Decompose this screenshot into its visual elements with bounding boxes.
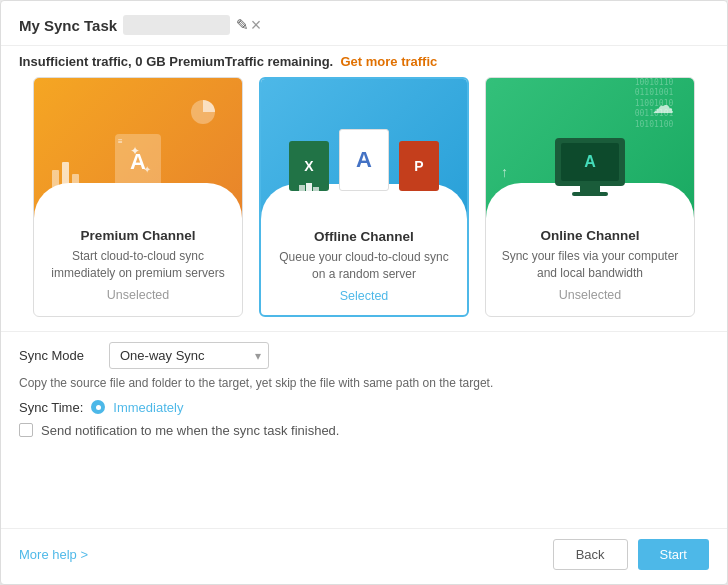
monitor-screen: A	[561, 143, 619, 181]
sync-dialog: My Sync Task ✎ × Insufficient traffic, 0…	[0, 0, 728, 585]
chart-icon	[189, 98, 217, 130]
a-letter: A	[356, 147, 372, 173]
dialog-footer: More help > Back Start	[1, 528, 727, 584]
settings-section: Sync Mode One-way Sync Two-way Sync Mirr…	[1, 331, 727, 454]
svg-rect-1	[299, 185, 305, 191]
online-channel-name: Online Channel	[496, 228, 684, 243]
monitor-base	[572, 192, 608, 196]
sparkle1: ✦	[130, 144, 140, 158]
sync-time-row: Sync Time: Immediately	[19, 400, 709, 415]
offline-channel-art: X A P →	[261, 79, 467, 219]
start-button[interactable]: Start	[638, 539, 709, 570]
offline-channel-status: Selected	[271, 289, 457, 303]
powerpoint-icon: P	[399, 141, 439, 191]
sync-mode-desc: Copy the source file and folder to the t…	[19, 375, 709, 400]
svg-rect-3	[313, 187, 319, 191]
sparkle2: ✦	[143, 164, 151, 175]
offline-channel-name: Offline Channel	[271, 229, 457, 244]
online-channel-info: Online Channel Sync your files via your …	[486, 218, 694, 314]
get-more-traffic-link[interactable]: Get more traffic	[340, 54, 437, 69]
premium-illus: A ≡ ✦ ✦	[34, 78, 242, 218]
online-channel-status: Unselected	[496, 288, 684, 302]
premium-channel-art: A ≡ ✦ ✦	[34, 78, 242, 218]
monitor-icon: A	[555, 138, 625, 196]
online-channel-card[interactable]: 1001011001101001110010100011010110101100…	[485, 77, 695, 317]
sync-mode-select[interactable]: One-way Sync Two-way Sync Mirror Sync	[109, 342, 269, 369]
columns-icon	[52, 162, 79, 188]
excel-icon: X	[289, 141, 329, 191]
channel-row: A ≡ ✦ ✦	[1, 77, 727, 331]
premium-icon: A ≡ ✦ ✦	[115, 134, 161, 190]
notification-row: Send notification to me when the sync ta…	[19, 423, 709, 438]
doc-icons-group: X A P	[289, 129, 439, 191]
online-illus: 1001011001101001110010100011010110101100…	[486, 78, 694, 218]
dialog-title: My Sync Task	[19, 17, 117, 34]
premium-channel-name: Premium Channel	[44, 228, 232, 243]
dialog-header: My Sync Task ✎ ×	[1, 1, 727, 46]
svg-rect-2	[306, 183, 312, 191]
immediately-link[interactable]: Immediately	[113, 400, 183, 415]
sync-mode-select-wrapper: One-way Sync Two-way Sync Mirror Sync ▾	[109, 342, 269, 369]
cloud-symbol-icon: ☁	[652, 93, 674, 119]
warning-text: Insufficient traffic, 0 GB PremiumTraffi…	[19, 54, 333, 69]
sync-time-label: Sync Time:	[19, 400, 83, 415]
word-icon: A	[339, 129, 389, 191]
back-button[interactable]: Back	[553, 539, 628, 570]
edit-icon[interactable]: ✎	[236, 16, 249, 34]
upload-arrow-icon: ↑	[501, 164, 508, 180]
premium-channel-card[interactable]: A ≡ ✦ ✦	[33, 77, 243, 317]
premium-channel-status: Unselected	[44, 288, 232, 302]
premium-channel-info: Premium Channel Start cloud-to-cloud syn…	[34, 218, 242, 314]
online-channel-desc: Sync your files via your computer and lo…	[496, 248, 684, 282]
notification-checkbox[interactable]	[19, 423, 33, 437]
chart-bar	[299, 178, 319, 186]
close-button[interactable]: ×	[249, 16, 264, 34]
footer-buttons: Back Start	[553, 539, 709, 570]
premium-channel-desc: Start cloud-to-cloud sync immediately on…	[44, 248, 232, 282]
offline-channel-info: Offline Channel Queue your cloud-to-clou…	[261, 219, 467, 315]
offline-illus: X A P →	[261, 79, 467, 219]
offline-channel-desc: Queue your cloud-to-cloud sync on a rand…	[271, 249, 457, 283]
offline-channel-card[interactable]: X A P → Offline Channel	[259, 77, 469, 317]
sync-mode-row: Sync Mode One-way Sync Two-way Sync Mirr…	[19, 342, 709, 369]
monitor-body: A	[555, 138, 625, 186]
doc-lines: ≡	[118, 137, 123, 146]
title-area: My Sync Task ✎	[19, 15, 249, 35]
more-help-link[interactable]: More help >	[19, 547, 88, 562]
monitor-a-letter: A	[584, 153, 596, 171]
notification-text: Send notification to me when the sync ta…	[41, 423, 339, 438]
sync-time-radio[interactable]	[91, 400, 105, 414]
doc-icon: A ≡	[115, 134, 161, 190]
warning-bar: Insufficient traffic, 0 GB PremiumTraffi…	[1, 46, 727, 77]
online-channel-art: 1001011001101001110010100011010110101100…	[486, 78, 694, 218]
sync-mode-label: Sync Mode	[19, 348, 99, 363]
title-input[interactable]	[123, 15, 230, 35]
